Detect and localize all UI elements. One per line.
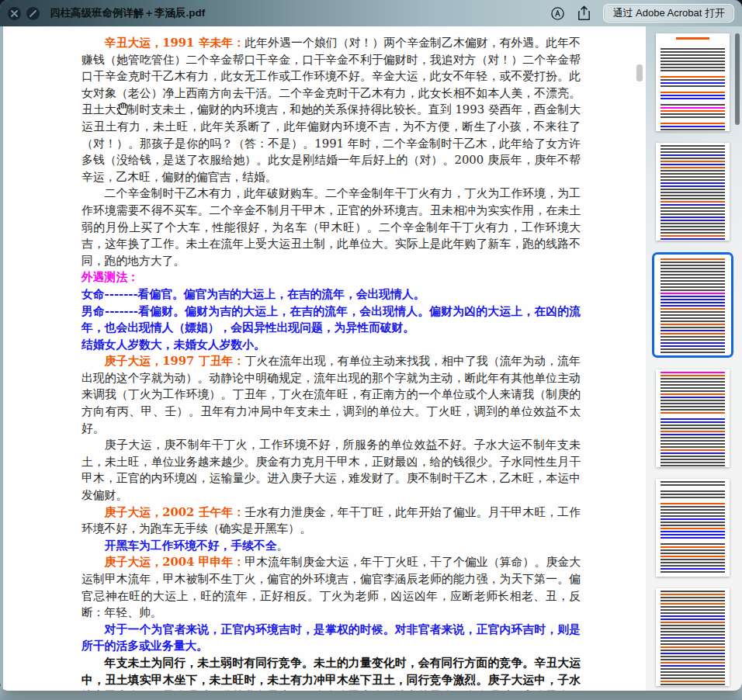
thumbnail-text-line [661,677,725,679]
thumbnail-text-line [661,428,725,429]
thumbnail-text-line [661,390,725,392]
thumbnail-text-line [661,48,725,50]
text-segment: 辛丑大运，1991 辛未年： [105,36,245,49]
thumbnail-text-line [661,556,725,557]
open-in-acrobat-button[interactable]: 通过 Adobe Acrobat 打开 [603,4,734,23]
thumbnail-text-line [661,603,725,605]
sidebar-scrollbar-thumb[interactable] [735,33,740,125]
page-thumbnail[interactable] [656,479,730,577]
thumbnail-text-line [661,437,725,438]
thumbnail-text-line [661,609,725,611]
thumbnail-text-line [661,497,725,498]
thumbnail-text-line [661,299,725,300]
thumbnail-text-line [661,217,725,218]
thumbnail-text-line [661,653,725,654]
thumbnail-text-line [661,465,725,466]
thumbnail-text-line [661,490,725,492]
thumbnail-text-line [661,515,725,517]
paragraph: 庚子大运，1997 丁丑年：丁火在流年出现，有单位主动来找我，相中了我（流年为动… [81,352,581,436]
thumbnail-text-line [661,625,725,626]
share-button[interactable] [577,5,591,21]
thumbnail-text-line [661,503,725,504]
thumbnail-text-line [661,170,725,172]
page-thumbnail-selected[interactable] [652,252,733,358]
paragraph: 开黑车为工作环境不好，手续不全。 [81,537,581,554]
thumbnail-text-line [661,456,725,457]
page-thumbnail[interactable] [656,369,730,467]
share-icon [577,5,591,21]
titlebar: 四柱高级班命例详解＋李涵辰.pdf 通过 Adobe Acrobat 打开 [0,0,742,26]
thumbnail-text-line [661,606,725,608]
thumbnail-text-line [661,179,725,181]
thumbnail-text-line [661,104,725,106]
thumbnail-text-line [661,314,725,316]
thumbnail-text-line [661,668,725,670]
thumbnail-text-line [661,333,725,334]
thumbnail-text-line [661,403,725,404]
text-segment: 庚子大运，2004 甲申年： [105,555,245,568]
thumbnail-text-line [661,619,725,620]
thumbnail-text-line [661,631,725,632]
thumbnail-text-line [661,123,725,124]
thumbnail-text-line [661,674,725,676]
page-thumbnail[interactable] [656,256,730,354]
thumbnail-text-line [661,192,725,193]
thumbnail-text-line [661,481,725,483]
thumbnail-text-line [661,531,725,532]
thumbnail-text-line [661,129,725,130]
thumbnail-text-line [661,372,725,373]
thumbnail-text-line [661,659,725,660]
close-icon [11,10,18,17]
thumbnail-text-line [661,95,725,96]
prohibit-button[interactable] [26,7,40,20]
paragraph: 年支未土为同行，未土弱时有同行竞争。未土的力量变化时，会有同行方面的竞争。辛丑大… [81,654,581,691]
thumbnail-text-line [661,210,725,212]
page-thumbnail[interactable] [656,33,730,131]
paragraph: 男命-------看偏财。偏财为吉的大运上，在吉的流年，会出现情人。偏财为凶的大… [81,303,581,336]
text-segment: 女命-------看偏官。偏官为吉的大运上，在吉的流年，会出现情人。 [81,287,425,300]
close-button[interactable] [8,7,21,20]
thumbnail-text-line [661,277,725,279]
thumbnail-text-line [661,154,725,156]
markup-button[interactable] [550,6,565,21]
pdf-page-text: 辛丑大运，1991 辛未年：此年外遇一个娘们（对！）两个辛金制乙木偏财，有外遇。… [81,34,581,691]
thumbnail-text-line [661,615,725,617]
text-segment: 结婚女人岁数大，未婚女人岁数小。 [81,338,265,351]
thumbnail-text-line [661,336,725,338]
thumbnail-text-line [661,213,725,215]
thumbnail-text-line [661,434,725,435]
thumbnail-text-line [661,418,725,420]
thumbnail-text-line [661,185,725,187]
thumbnail-text-line [661,101,725,102]
thumbnail-text-line [661,449,725,451]
thumbnail-list [656,33,742,686]
thumbnail-text-line [661,161,725,162]
page-thumbnail[interactable] [656,588,730,686]
thumbnail-text-line [661,656,725,657]
thumbnail-text-line [661,79,725,81]
thumbnail-text-line [661,640,725,642]
pdf-page: 辛丑大运，1991 辛未年：此年外遇一个娘们（对！）两个辛金制乙木偏财，有外遇。… [3,26,646,691]
thumbnail-text-line [661,182,725,184]
thumbnail-text-line [661,681,725,682]
thumbnail-text-line [661,324,725,325]
thumbnail-text-line [661,226,725,227]
thumbnail-text-line [661,113,725,115]
thumbnail-text-line [661,446,725,448]
thumbnail-text-line [661,126,725,127]
thumbnail-text-line [661,67,725,68]
text-segment: 年支未土为同行，未土弱时有同行竞争。未土的力量变化时，会有同行方面的竞争。辛丑大… [81,656,581,691]
thumbnail-text-line [661,543,725,545]
window-title: 四柱高级班命例详解＋李涵辰.pdf [50,6,205,20]
thumbnail-text-line [661,506,725,508]
thumbnail-text-line [661,643,725,645]
text-segment: 对于一个为官者来说，正官内环境吉时，是掌权的时候。对非官者来说，正官内环吉时，则… [81,622,581,653]
thumbnail-text-line [661,107,725,109]
thumbnail-text-line [661,684,725,685]
content-scrollbar-thumb[interactable] [636,64,643,81]
page-thumbnail[interactable] [656,143,730,241]
thumbnail-text-line [661,207,725,209]
thumbnail-text-line [661,487,725,489]
thumbnail-text-line [661,148,725,150]
thumbnail-text-line [661,345,725,347]
